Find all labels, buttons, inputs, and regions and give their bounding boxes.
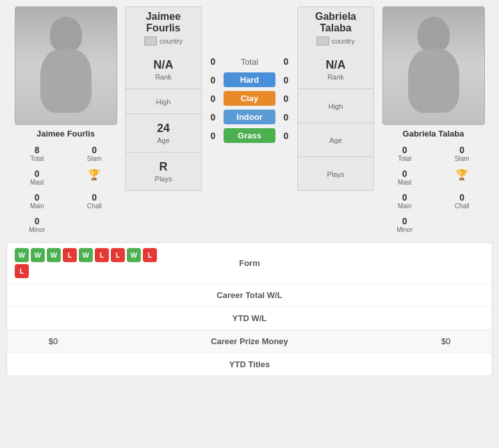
right-player-stats: 0 Total 0 Slam 0 Mast 🏆 0 Main: [374, 142, 493, 236]
right-name-line2: Talaba: [300, 22, 371, 34]
career-total-label: Career Total W/L: [92, 290, 407, 300]
ytd-titles-row: YTD Titles: [7, 353, 492, 376]
right-age-cell: Age: [298, 123, 373, 157]
form-badge-8: W: [127, 248, 141, 262]
left-trophy-icon: 🏆: [67, 166, 123, 188]
right-country: country: [300, 37, 371, 46]
right-plays-cell: Plays: [298, 157, 373, 190]
bottom-section: W W W L W L L W L L Form Career Total W/…: [6, 242, 493, 376]
right-mid-stats: Gabriela Talaba country N/A Rank High: [297, 6, 374, 191]
left-player-silhouette: [15, 7, 117, 124]
prize-money-label: Career Prize Money: [92, 336, 407, 346]
form-badge-3: W: [47, 248, 61, 262]
form-badge-7: L: [111, 248, 125, 262]
prize-money-row: $0 Career Prize Money $0: [7, 330, 492, 353]
left-stat-mast: 0 Mast: [9, 166, 65, 188]
right-trophy-icon: 🏆: [434, 166, 491, 188]
left-stat-main: 0 Main: [9, 190, 65, 212]
surface-indoor-row: 0 Indoor 0: [205, 110, 294, 124]
left-name-line1: Jaimee: [128, 11, 199, 22]
left-high-cell: High: [126, 89, 201, 114]
surface-indoor-badge: Indoor: [224, 110, 275, 124]
ytd-wl-row: YTD W/L: [7, 307, 492, 330]
left-plays-cell: R Plays: [126, 153, 201, 190]
center-section: Jaimee Fourlis country N/A Rank High: [125, 6, 374, 236]
right-player-photo: [382, 6, 485, 125]
left-player-section: Jaimee Fourlis 8 Total 0 Slam 0 Mast 🏆: [6, 6, 125, 236]
right-stat-main: 0 Main: [377, 190, 433, 212]
form-badge-9: L: [143, 248, 157, 262]
form-badge-6: L: [95, 248, 109, 262]
ytd-titles-label: YTD Titles: [92, 360, 407, 369]
main-container: Jaimee Fourlis 8 Total 0 Slam 0 Mast 🏆: [0, 0, 499, 383]
prize-money-right: $0: [407, 336, 484, 346]
right-stat-slam: 0 Slam: [434, 142, 491, 165]
left-trophy: 🏆: [88, 169, 101, 181]
surface-grass-badge: Grass: [224, 128, 275, 143]
left-player-stats: 8 Total 0 Slam 0 Mast 🏆 0 Main: [6, 142, 125, 236]
right-stat-mast: 0 Mast: [377, 166, 433, 188]
right-stat-minor: 0 Minor: [377, 213, 433, 236]
right-high-cell: High: [298, 89, 373, 123]
surface-clay-row: 0 Clay 0: [205, 91, 294, 106]
comparison-wrapper: Jaimee Fourlis 8 Total 0 Slam 0 Mast 🏆: [6, 6, 493, 236]
right-trophy: 🏆: [455, 169, 468, 181]
left-stat-slam: 0 Slam: [67, 142, 123, 165]
left-country: country: [128, 37, 199, 46]
surface-grass-row: 0 Grass 0: [205, 128, 294, 143]
surface-clay-badge: Clay: [224, 91, 275, 106]
left-player-photo: [15, 6, 117, 125]
left-stat-chall: 0 Chall: [67, 190, 123, 212]
form-badge-4: L: [63, 248, 77, 262]
left-country-img: [144, 37, 157, 46]
right-player-silhouette: [383, 7, 484, 124]
left-player-name: Jaimee Fourlis: [34, 125, 97, 142]
ytd-wl-label: YTD W/L: [92, 313, 407, 323]
form-row: W W W L W L L W L L Form: [7, 243, 492, 284]
surface-hard-badge: Hard: [224, 72, 275, 87]
career-total-row: Career Total W/L: [7, 284, 492, 307]
prize-money-left: $0: [15, 336, 92, 346]
left-stat-total: 8 Total: [9, 142, 65, 165]
right-country-img: [316, 37, 329, 46]
right-name-line1: Gabriela: [300, 11, 371, 22]
form-badge-10: L: [15, 264, 29, 278]
form-badges: W W W L W L L W L L: [15, 248, 171, 278]
right-player-section: Gabriela Talaba 0 Total 0 Slam 0 Mast 🏆: [374, 6, 493, 236]
left-player-name-small: Jaimee Fourlis country: [126, 7, 201, 51]
right-rank-cell: N/A Rank: [298, 51, 373, 89]
center-top: Jaimee Fourlis country N/A Rank High: [125, 6, 374, 191]
form-badge-1: W: [15, 248, 29, 262]
form-badge-2: W: [31, 248, 45, 262]
form-badge-5: W: [79, 248, 93, 262]
left-age-cell: 24 Age: [126, 114, 201, 153]
right-stat-chall: 0 Chall: [434, 190, 491, 212]
form-label: Form: [171, 258, 327, 268]
right-player-name: Gabriela Talaba: [400, 125, 467, 142]
right-player-name-small: Gabriela Talaba country: [298, 7, 373, 51]
surfaces-section: 0 Total 0 0 Hard 0 0 Clay 0: [205, 6, 294, 191]
left-mid-stats: Jaimee Fourlis country N/A Rank High: [125, 6, 202, 191]
left-name-line2: Fourlis: [128, 22, 199, 34]
right-stat-total: 0 Total: [377, 142, 433, 165]
left-stat-minor: 0 Minor: [9, 213, 65, 236]
surface-hard-row: 0 Hard 0: [205, 72, 294, 87]
left-rank-cell: N/A Rank: [126, 51, 201, 89]
total-row: 0 Total 0: [205, 56, 294, 67]
